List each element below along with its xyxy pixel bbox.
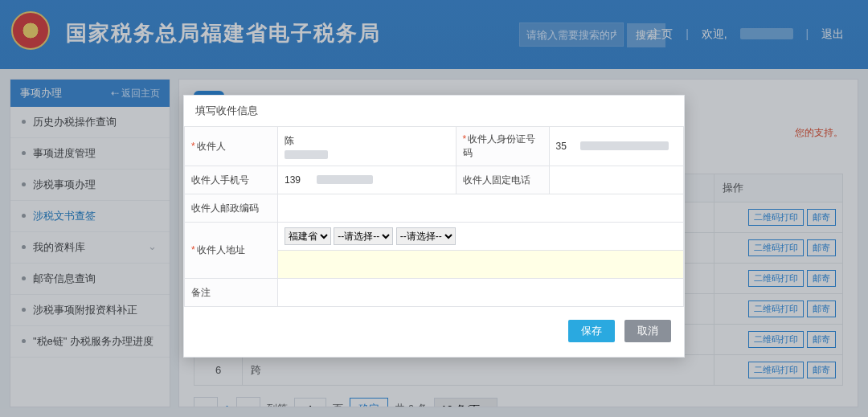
lbl-name: 收件人 <box>197 141 226 152</box>
input-zip[interactable] <box>285 199 657 217</box>
input-mobile[interactable] <box>285 171 317 189</box>
select-city[interactable]: --请选择-- <box>334 227 393 245</box>
input-id[interactable] <box>556 137 580 155</box>
cancel-button[interactable]: 取消 <box>624 320 671 342</box>
lbl-mobile: 收件人手机号 <box>191 174 249 186</box>
select-district[interactable]: --请选择-- <box>396 227 456 245</box>
input-tel[interactable] <box>556 171 671 189</box>
lbl-note: 备注 <box>191 287 211 298</box>
lbl-tel: 收件人固定电话 <box>463 174 530 186</box>
modal-mask: 填写收件信息 *收件人 *收件人身份证号码 收件人手机号 收件人固定电话 收件人… <box>0 0 868 417</box>
select-province[interactable]: 福建省 <box>285 227 331 245</box>
lbl-zip: 收件人邮政编码 <box>191 202 259 214</box>
lbl-id: 收件人身份证号码 <box>463 133 536 158</box>
input-addr[interactable] <box>285 256 657 273</box>
recipient-modal: 填写收件信息 *收件人 *收件人身份证号码 收件人手机号 收件人固定电话 收件人… <box>183 95 685 358</box>
modal-title: 填写收件信息 <box>184 96 684 126</box>
input-name[interactable] <box>285 132 440 149</box>
input-note[interactable] <box>285 284 657 301</box>
save-button[interactable]: 保存 <box>568 320 615 342</box>
lbl-addr: 收件人地址 <box>197 244 245 256</box>
